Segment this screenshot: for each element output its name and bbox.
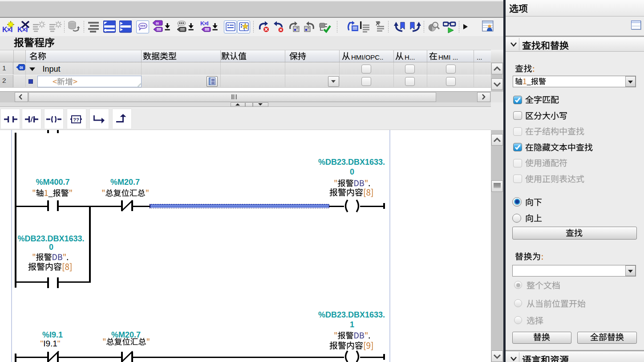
svg-text:K×I: K×I bbox=[200, 20, 208, 27]
svg-text:0I: 0I bbox=[20, 65, 23, 70]
svg-text:0I: 0I bbox=[156, 21, 159, 25]
svg-text:??: ?? bbox=[73, 117, 79, 122]
